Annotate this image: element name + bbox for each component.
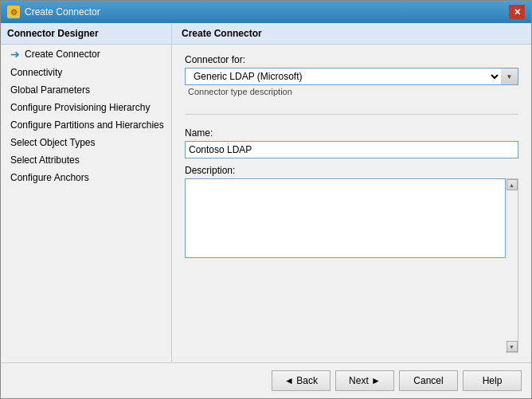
connector-type-dropdown-wrapper: Generic LDAP (Microsoft) Active Director… xyxy=(185,68,518,85)
name-section: Name: xyxy=(185,127,518,158)
sidebar-item-configure-provisioning[interactable]: Configure Provisioning Hierarchy xyxy=(1,99,171,116)
description-label: Description: xyxy=(185,165,518,176)
sidebar-item-global-parameters[interactable]: Global Parameters xyxy=(1,81,171,99)
sidebar-item-label: Connectivity xyxy=(10,67,62,78)
sidebar-item-label: Create Connector xyxy=(25,49,100,60)
sidebar-item-label: Configure Anchors xyxy=(10,172,89,183)
name-input[interactable] xyxy=(185,141,518,158)
connector-for-section: Connector for: Generic LDAP (Microsoft) … xyxy=(185,54,518,101)
sidebar-item-select-attributes[interactable]: Select Attributes xyxy=(1,151,171,169)
name-label: Name: xyxy=(185,127,518,139)
titlebar-left: ⚙ Create Connector xyxy=(7,6,100,18)
connector-type-dropdown-arrow[interactable]: ▼ xyxy=(501,68,518,85)
titlebar: ⚙ Create Connector ✕ xyxy=(1,1,531,23)
description-section: Description: ▲ ▼ xyxy=(185,165,518,353)
description-textarea[interactable] xyxy=(185,178,506,258)
sidebar-item-label: Select Attributes xyxy=(10,155,80,166)
description-scrollbar[interactable]: ▲ ▼ xyxy=(506,178,518,353)
sidebar-header: Connector Designer xyxy=(1,23,171,45)
connector-type-select[interactable]: Generic LDAP (Microsoft) Active Director… xyxy=(185,68,501,85)
sidebar-item-label: Select Object Types xyxy=(10,137,96,148)
next-button[interactable]: Next ► xyxy=(335,370,394,391)
cancel-button[interactable]: Cancel xyxy=(399,370,458,391)
close-button[interactable]: ✕ xyxy=(509,5,525,19)
content-area: Create Connector Connector for: Generic … xyxy=(172,23,531,362)
sidebar-item-label: Global Parameters xyxy=(10,84,90,96)
footer: ◄ Back Next ► Cancel Help xyxy=(1,362,531,398)
content-header: Create Connector xyxy=(172,23,531,45)
sidebar-item-label: Configure Provisioning Hierarchy xyxy=(10,102,150,113)
sidebar-item-create-connector[interactable]: ➔ Create Connector xyxy=(1,45,171,64)
sidebar-item-configure-anchors[interactable]: Configure Anchors xyxy=(1,169,171,186)
back-button[interactable]: ◄ Back xyxy=(272,370,331,391)
scrollbar-down-button[interactable]: ▼ xyxy=(507,341,518,352)
help-button[interactable]: Help xyxy=(463,370,522,391)
main-area: Connector Designer ➔ Create Connector Co… xyxy=(1,23,531,362)
sidebar-item-select-object-types[interactable]: Select Object Types xyxy=(1,134,171,151)
sidebar-item-label: Configure Partitions and Hierarchies xyxy=(10,119,164,131)
description-textarea-wrapper: ▲ ▼ xyxy=(185,178,518,353)
separator xyxy=(185,114,518,115)
active-arrow-icon: ➔ xyxy=(10,48,20,61)
connector-type-description: Connector type description xyxy=(185,85,518,101)
app-icon: ⚙ xyxy=(7,6,20,18)
connector-for-label: Connector for: xyxy=(185,54,518,65)
sidebar-item-configure-partitions[interactable]: Configure Partitions and Hierarchies xyxy=(1,116,171,134)
scrollbar-up-button[interactable]: ▲ xyxy=(507,179,518,190)
content-body: Connector for: Generic LDAP (Microsoft) … xyxy=(172,45,531,362)
window: ⚙ Create Connector ✕ Connector Designer … xyxy=(0,0,532,399)
sidebar: Connector Designer ➔ Create Connector Co… xyxy=(1,23,172,362)
titlebar-title: Create Connector xyxy=(25,6,100,18)
sidebar-item-connectivity[interactable]: Connectivity xyxy=(1,64,171,81)
